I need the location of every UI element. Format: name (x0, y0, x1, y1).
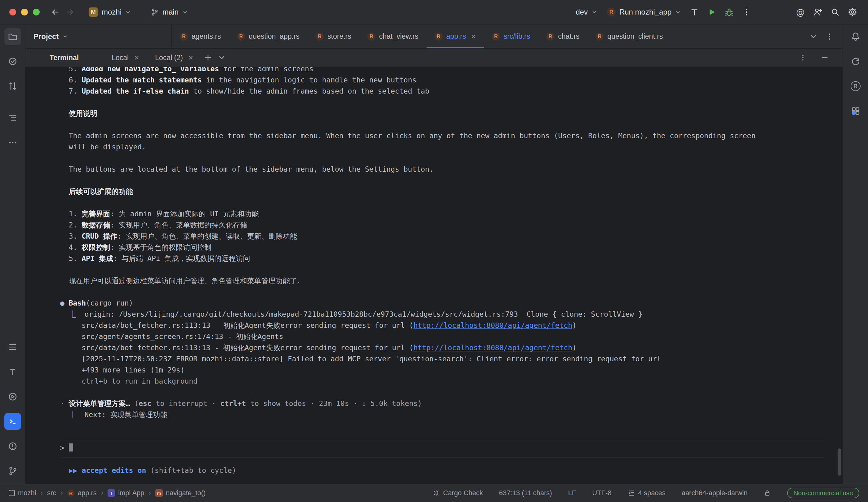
breadcrumb-item[interactable]: Iimpl App (107, 489, 144, 497)
status-label: UTF-8 (592, 489, 611, 497)
breadcrumb: mozhi›src›Rapp.rs›Iimpl App›mnavigate_to… (9, 489, 206, 497)
notifications-button[interactable] (847, 28, 864, 45)
terminal-text: CRUD 操作 (82, 232, 117, 240)
editor-tab-chat-view-rs[interactable]: Rchat_view.rs (359, 24, 426, 48)
version-control-tool-button[interactable] (4, 463, 21, 479)
editor-tab-store-rs[interactable]: Rstore.rs (308, 24, 359, 48)
terminal-text: ● (60, 299, 69, 307)
terminal-tab-local[interactable]: Local× (104, 49, 147, 67)
build-button[interactable] (687, 5, 702, 20)
rust-file-icon: R (435, 32, 443, 41)
project-panel-header[interactable]: Project (25, 24, 172, 48)
editor-tab-app-rs[interactable]: Rapp.rs× (426, 24, 484, 48)
editor-tab-question-client-rs[interactable]: Rquestion_client.rs (588, 24, 671, 48)
run-tool-button[interactable] (4, 388, 21, 405)
problems-tool-button[interactable] (4, 438, 21, 454)
structure-tool-button[interactable] (4, 109, 21, 126)
terminal-blank-line (60, 420, 824, 431)
project-widget[interactable]: M mozhi (85, 5, 135, 19)
zoom-window-button[interactable] (33, 9, 40, 15)
more-actions-button[interactable] (739, 5, 754, 20)
search-everywhere-button[interactable] (828, 5, 843, 20)
build-icon (690, 8, 699, 17)
new-terminal-button[interactable] (201, 51, 215, 64)
status-indent[interactable]: 4 spaces (628, 489, 665, 497)
editor-tab-agents-rs[interactable]: Ragents.rs (172, 24, 229, 48)
status-line-separator[interactable]: LF (568, 489, 576, 497)
close-tab-icon[interactable]: × (188, 54, 193, 62)
project-tool-button[interactable] (4, 28, 21, 45)
run-button[interactable] (704, 5, 719, 20)
sync-tool-button[interactable] (847, 53, 864, 70)
cargo-tool-button[interactable]: R (847, 78, 864, 94)
breadcrumb-item[interactable]: Rapp.rs (67, 489, 97, 497)
todo-tool-button[interactable] (4, 364, 21, 380)
breadcrumb-item[interactable]: mozhi (9, 489, 36, 497)
rust-file-icon: R (596, 32, 603, 41)
run-config-selector[interactable]: R Run mozhi_app (603, 5, 684, 19)
terminal-input-box[interactable]: > (60, 439, 824, 457)
editor-tab-question-app-rs[interactable]: Rquestion_app.rs (229, 24, 308, 48)
debug-button[interactable] (722, 5, 736, 20)
more-tool-windows-button[interactable] (4, 134, 21, 151)
terminal-tab-local-2-[interactable]: Local (2)× (147, 49, 201, 67)
editor-tab-chat-rs[interactable]: Rchat.rs (538, 24, 588, 48)
minimize-window-button[interactable] (21, 9, 28, 15)
terminal-panel-header: Terminal Local×Local (2)× (25, 49, 843, 67)
breadcrumb-item[interactable]: src (47, 489, 56, 497)
terminal-line: +493 more lines (1m 29s) (60, 364, 824, 376)
terminal-panel-actions (796, 51, 831, 64)
editor-tab-bar: Project Ragents.rsRquestion_app.rsRstore… (25, 24, 843, 49)
forward-button[interactable] (63, 5, 78, 20)
plugins-tool-button[interactable] (847, 103, 864, 119)
terminal-link[interactable]: http://localhost:8080/api/agent/fetch (414, 321, 572, 330)
editor-tab-label: store.rs (327, 32, 351, 41)
terminal-text: ⎿ (60, 310, 84, 318)
tab-list-button[interactable] (807, 30, 820, 43)
git-branch-icon (151, 8, 159, 16)
status-label: LF (568, 489, 576, 497)
terminal-icon (8, 417, 18, 426)
terminal-scrollbar[interactable] (838, 448, 841, 476)
terminal-options-button[interactable] (796, 51, 810, 64)
settings-button[interactable] (845, 5, 860, 20)
close-tab-icon[interactable]: × (471, 32, 476, 41)
terminal-link[interactable]: http://localhost:8080/api/agent/fetch (414, 344, 572, 352)
code-with-me-button[interactable] (810, 5, 825, 20)
terminal-line (60, 97, 824, 108)
status-label: Cargo Check (443, 489, 483, 497)
status-target[interactable]: aarch64-apple-darwin (682, 489, 748, 497)
terminal-tool-button[interactable] (4, 413, 21, 430)
branch-widget[interactable]: main (147, 5, 192, 19)
project-panel-title: Project (33, 32, 59, 41)
status-cargo-check[interactable]: Cargo Check (433, 489, 483, 497)
terminal-text: : 实现基于角色的权限访问控制 (110, 243, 211, 251)
ai-assistant-button[interactable]: @ (793, 5, 808, 20)
terminal-output[interactable]: 5. Added new navigate_to_ variables for … (25, 67, 843, 484)
terminal-text: 2. (60, 221, 82, 229)
status-encoding[interactable]: UTF-8 (592, 489, 611, 497)
env-selector[interactable]: dev (572, 5, 601, 19)
commit-tool-button[interactable] (4, 53, 21, 70)
status-file-lock[interactable] (764, 489, 771, 497)
terminal-line: 5. Added new navigate_to_ variables for … (60, 67, 824, 74)
status-caret-position[interactable]: 637:13 (11 chars) (499, 489, 552, 497)
status-license[interactable]: Non-commercial use (787, 488, 859, 498)
close-tab-icon[interactable]: × (134, 54, 139, 62)
editor-tab-src-lib-rs[interactable]: Rsrc/lib.rs (484, 24, 538, 48)
prompt-symbol: > (60, 444, 64, 452)
terminal-dropdown-button[interactable] (215, 51, 228, 64)
close-window-button[interactable] (9, 9, 16, 15)
breadcrumb-item[interactable]: mnavigate_to() (155, 489, 206, 497)
hide-terminal-button[interactable] (818, 51, 831, 64)
window-icon (9, 490, 15, 496)
terminal-text: ) (572, 321, 577, 330)
rust-file-icon: R (180, 32, 188, 41)
tab-options-button[interactable] (823, 30, 836, 43)
rust-file-icon: R (367, 32, 375, 41)
terminal-text: ctrl+t (220, 399, 246, 408)
hierarchy-tool-button[interactable] (4, 339, 21, 355)
pull-requests-tool-button[interactable] (4, 78, 21, 94)
terminal-text: · (60, 399, 69, 408)
back-button[interactable] (48, 5, 63, 20)
